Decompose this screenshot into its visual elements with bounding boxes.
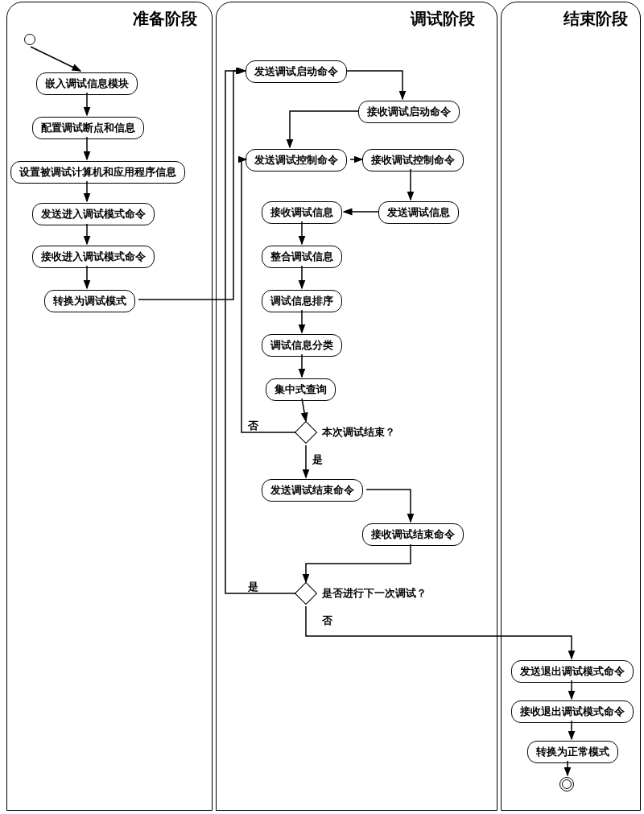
arrows: [0, 0, 644, 814]
svg-line-14: [302, 399, 306, 421]
activity-diagram: 准备阶段 调试阶段 结束阶段 嵌入调试信息模块 配置调试断点和信息 设置被调试计…: [0, 0, 644, 814]
svg-line-1: [31, 47, 80, 71]
